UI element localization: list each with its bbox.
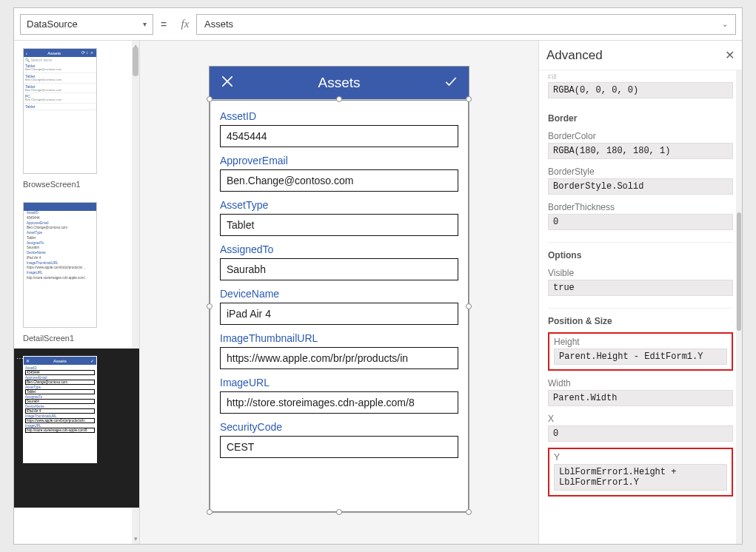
field-label: SecurityCode <box>220 421 458 433</box>
prop-border-thickness[interactable]: 0 <box>548 214 733 230</box>
thumbnail-canvas: ‹Assets🗑 ✎ AssetID4545444ApproverEmailBe… <box>23 202 97 328</box>
highlighted-y: Y LblFormError1.Height + LblFormError1.Y <box>548 448 733 497</box>
field-label: DeviceName <box>220 288 458 300</box>
canvas-area: Assets AssetID4545444ApproverEmailBen.Ch… <box>140 41 538 544</box>
field-label: ImageURL <box>220 377 458 388</box>
form-field: DeviceNameiPad Air 4 <box>220 288 458 325</box>
resize-handle[interactable] <box>336 509 342 515</box>
app-frame: DataSource ▾ = fx Assets ⌄ ▴ ▾ ‹Assets⟳ … <box>13 7 743 545</box>
app-title: Assets <box>235 75 444 91</box>
section-options: Options <box>548 242 733 260</box>
form-field: SecurityCodeCEST <box>220 421 458 458</box>
thumbnail-browse-screen[interactable]: ‹Assets⟳ ↕ ＋ 🔍 Search items TabletBen.Ch… <box>14 41 139 195</box>
workspace: ▴ ▾ ‹Assets⟳ ↕ ＋ 🔍 Search items TabletBe… <box>14 41 742 544</box>
prop-label: Y <box>554 452 727 462</box>
thumbnail-canvas: ‹Assets⟳ ↕ ＋ 🔍 Search items TabletBen.Ch… <box>23 48 97 174</box>
prop-y[interactable]: LblFormError1.Height + LblFormError1.Y <box>554 464 727 491</box>
prop-label: Visible <box>548 268 733 278</box>
section-border: Border <box>548 110 733 124</box>
advanced-panel: Advanced ✕ Fill RGBA(0, 0, 0, 0) Border … <box>538 41 742 544</box>
cancel-icon[interactable] <box>220 74 235 92</box>
resize-handle[interactable] <box>466 96 472 102</box>
property-selector-value: DataSource <box>27 18 78 30</box>
prop-label-fill: Fill <box>548 73 733 81</box>
form-field: AssetTypeTablet <box>220 199 458 236</box>
thumbnail-edit-screen[interactable]: ✕Assets✓ AssetID4545444ApproverEmailBen.… <box>14 349 139 508</box>
prop-label: BorderStyle <box>548 166 733 177</box>
field-label: AssetID <box>220 110 458 122</box>
field-input[interactable]: http://store.storeimages.cdn-apple.com/8 <box>220 391 458 414</box>
form-field: ApproverEmailBen.Change@contoso.com <box>220 155 458 192</box>
property-selector[interactable]: DataSource ▾ <box>20 14 153 35</box>
thumbnail-detail-screen[interactable]: ‹Assets🗑 ✎ AssetID4545444ApproverEmailBe… <box>14 195 139 349</box>
section-position-size: Position & Size <box>548 308 733 326</box>
form-field: AssetID4545444 <box>220 110 458 147</box>
field-label: ApproverEmail <box>220 155 458 166</box>
resize-handle[interactable] <box>207 96 213 102</box>
field-input[interactable]: iPad Air 4 <box>220 303 458 325</box>
prop-height[interactable]: Parent.Height - EditForm1.Y <box>554 349 727 365</box>
thumbnail-canvas: ✕Assets✓ AssetID4545444ApproverEmailBen.… <box>23 356 97 463</box>
resize-handle[interactable] <box>207 303 213 309</box>
thumbnail-label: BrowseScreen1 <box>23 180 133 189</box>
field-input[interactable]: Saurabh <box>220 258 458 280</box>
prop-label: Height <box>554 337 727 347</box>
field-input[interactable]: Ben.Change@contoso.com <box>220 169 458 192</box>
field-label: ImageThumbnailURL <box>220 332 458 344</box>
submit-icon[interactable] <box>444 74 458 92</box>
fx-icon: fx <box>174 18 196 30</box>
equals-label: = <box>153 18 174 30</box>
thumbnail-label: DetailScreen1 <box>23 334 133 343</box>
field-input[interactable]: 4545444 <box>220 125 458 147</box>
prop-visible[interactable]: true <box>548 280 733 296</box>
resize-handle[interactable] <box>466 303 472 309</box>
field-input[interactable]: https://www.apple.com/br/pr/products/in <box>220 347 458 369</box>
prop-x[interactable]: 0 <box>548 425 733 442</box>
form-field: ImageThumbnailURLhttps://www.apple.com/b… <box>220 332 458 369</box>
chevron-down-icon: ⌄ <box>722 20 728 28</box>
scroll-down-icon[interactable]: ▾ <box>132 535 139 542</box>
resize-handle[interactable] <box>207 509 213 515</box>
resize-handle[interactable] <box>466 509 472 515</box>
prop-label: BorderThickness <box>548 202 733 212</box>
chevron-down-icon: ▾ <box>143 20 147 28</box>
field-label: AssetType <box>220 199 458 211</box>
screen-thumbnails-pane: ▴ ▾ ‹Assets⟳ ↕ ＋ 🔍 Search items TabletBe… <box>14 41 140 544</box>
scrollbar-thumb[interactable] <box>133 47 138 76</box>
edit-form[interactable]: AssetID4545444ApproverEmailBen.Change@co… <box>210 99 469 512</box>
field-input[interactable]: CEST <box>220 436 458 458</box>
panel-body: Fill RGBA(0, 0, 0, 0) Border BorderColor… <box>539 70 742 544</box>
prop-label: X <box>548 414 733 424</box>
app-header: Assets <box>210 67 469 99</box>
formula-text: Assets <box>204 18 233 30</box>
formula-input[interactable]: Assets ⌄ <box>196 14 736 35</box>
panel-title: Advanced <box>546 48 603 63</box>
prop-label: BorderColor <box>548 131 733 141</box>
prop-fill[interactable]: RGBA(0, 0, 0, 0) <box>548 82 733 98</box>
resize-handle[interactable] <box>336 96 342 102</box>
prop-label: Width <box>548 378 733 388</box>
highlighted-height: Height Parent.Height - EditForm1.Y <box>548 332 733 371</box>
formula-bar: DataSource ▾ = fx Assets ⌄ <box>14 8 742 41</box>
field-label: AssignedTo <box>220 243 458 255</box>
prop-border-color[interactable]: RGBA(180, 180, 180, 1) <box>548 143 733 159</box>
form-field: ImageURLhttp://store.storeimages.cdn-app… <box>220 377 458 414</box>
form-field: AssignedToSaurabh <box>220 243 458 280</box>
app-preview[interactable]: Assets AssetID4545444ApproverEmailBen.Ch… <box>209 66 469 513</box>
prop-width[interactable]: Parent.Width <box>548 390 733 406</box>
panel-header: Advanced ✕ <box>539 41 742 70</box>
close-icon[interactable]: ✕ <box>725 48 735 62</box>
prop-border-style[interactable]: BorderStyle.Solid <box>548 178 733 195</box>
field-input[interactable]: Tablet <box>220 214 458 236</box>
